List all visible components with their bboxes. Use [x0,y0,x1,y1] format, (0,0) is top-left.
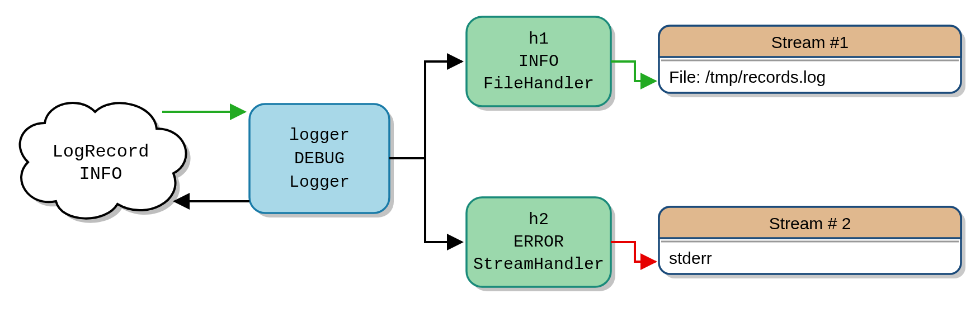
logrecord-cloud: LogRecord INFO [20,103,186,219]
arrow-h1-to-stream1 [611,61,656,81]
stream2-frame: Stream # 2 stderr [659,207,965,278]
arrow-logger-to-h2 [389,158,462,242]
handler1-name: h1 [529,30,549,49]
stream1-title: Stream #1 [771,33,849,51]
logger-class: Logger [289,173,350,192]
logger-level: DEBUG [294,149,345,168]
stream1-frame: Stream #1 File: /tmp/records.log [659,26,965,97]
handler2-class: StreamHandler [473,255,604,274]
logger-name: logger [289,126,350,145]
stream2-content: stderr [669,249,712,267]
handler1-box: h1 INFO FileHandler [467,17,611,106]
logger-box: logger DEBUG Logger [249,104,389,213]
handler2-name: h2 [529,210,549,229]
stream2-title: Stream # 2 [769,214,851,233]
handler1-level: INFO [519,52,559,71]
stream1-content: File: /tmp/records.log [669,68,826,86]
logrecord-label-line1: LogRecord [53,141,149,162]
logrecord-label-line2: INFO [79,164,123,184]
handler2-box: h2 ERROR StreamHandler [467,197,611,287]
handler2-level: ERROR [513,233,564,252]
handler1-class: FileHandler [483,74,594,93]
arrow-logger-to-h1 [389,61,462,158]
arrow-h2-to-stream2 [611,242,656,262]
